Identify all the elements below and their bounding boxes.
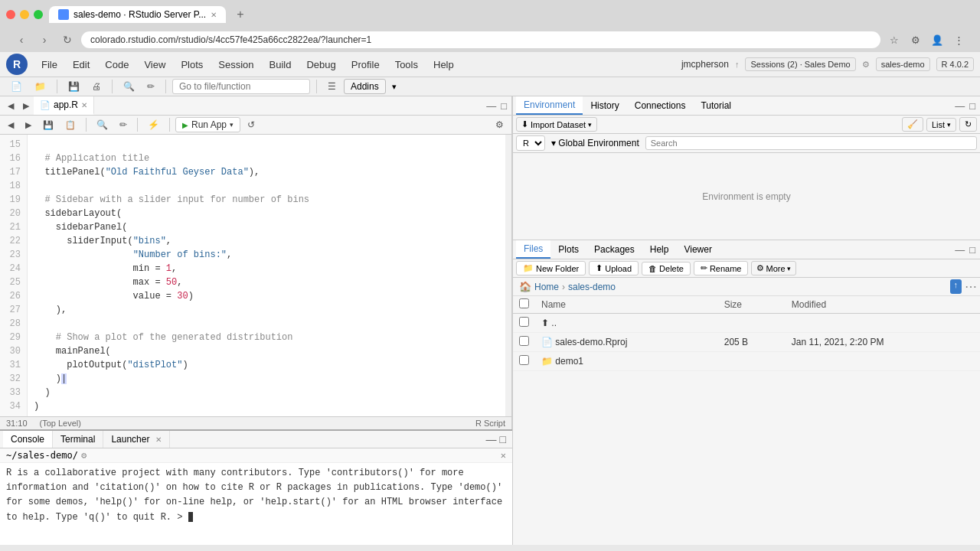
forward-button[interactable]: › [35, 31, 54, 49]
addins-button[interactable]: Addins [344, 79, 386, 94]
breadcrumb-home[interactable]: Home [534, 282, 559, 292]
editor-maximize-btn[interactable]: □ [499, 100, 508, 112]
address-bar[interactable] [81, 31, 880, 48]
menu-button[interactable]: ⋮ [949, 31, 968, 49]
tab-viewer[interactable]: Viewer [676, 241, 719, 258]
menu-debug[interactable]: Debug [299, 57, 343, 73]
sync-indicator[interactable]: ↑ [950, 279, 962, 294]
path-gear-icon[interactable]: ⚙ [81, 450, 87, 461]
breadcrumb-sales-demo[interactable]: sales-demo [568, 282, 616, 292]
menu-build[interactable]: Build [262, 57, 299, 73]
new-tab-button[interactable]: + [232, 6, 248, 23]
tab-history[interactable]: History [583, 97, 626, 114]
close-window-button[interactable] [6, 10, 15, 19]
editor-tool-btn[interactable]: ⚙ [491, 117, 508, 132]
upload-button[interactable]: ⬆ Upload [589, 261, 639, 276]
minimize-window-button[interactable] [20, 10, 29, 19]
import-dataset-button[interactable]: ⬇ Import Dataset ▾ [516, 117, 597, 132]
import-dropdown-icon[interactable]: ▾ [588, 121, 592, 129]
menu-edit[interactable]: Edit [65, 57, 97, 73]
files-maximize-btn[interactable]: □ [968, 244, 977, 256]
refresh-env-button[interactable]: ↻ [959, 117, 977, 132]
editor-scrollbar[interactable] [505, 135, 511, 416]
goto-input[interactable] [172, 79, 310, 94]
tab-tutorial[interactable]: Tutorial [693, 97, 739, 114]
print-button[interactable]: 🖨 [87, 79, 106, 94]
rerun-btn[interactable]: ↺ [243, 117, 260, 132]
extensions-button[interactable]: ⚙ [906, 31, 925, 49]
editor-tab-close[interactable]: ✕ [81, 101, 87, 109]
editor-back-btn[interactable]: ◀ [3, 118, 18, 132]
console-maximize-btn[interactable]: □ [500, 433, 506, 445]
save-button[interactable]: 💾 [64, 79, 84, 94]
top-level-indicator[interactable]: (Top Level) [40, 419, 81, 428]
edit-button[interactable]: ✏ [142, 79, 159, 94]
more-button[interactable]: ⚙ More ▾ [751, 261, 795, 276]
env-dropdown[interactable]: ▾ Global Environment [551, 138, 639, 148]
editor-nav-forward[interactable]: ▶ [18, 99, 34, 113]
back-button[interactable]: ‹ [12, 31, 31, 49]
new-folder-button[interactable]: 📁 New Folder [516, 261, 586, 276]
menu-code[interactable]: Code [97, 57, 136, 73]
list-view-button[interactable]: List ▾ [926, 118, 956, 132]
rename-button[interactable]: ✏ Rename [694, 261, 749, 276]
maximize-window-button[interactable] [34, 10, 43, 19]
file-name-cell[interactable]: ⬆ .. [535, 314, 718, 333]
more-files-btn[interactable]: ⋯ [965, 279, 977, 294]
menu-plots[interactable]: Plots [173, 57, 211, 73]
tab-environment[interactable]: Environment [516, 96, 583, 115]
file-name-cell[interactable]: 📄 sales-demo.Rproj [535, 333, 718, 352]
editor-edit-btn[interactable]: ✏ [115, 117, 132, 132]
find-button[interactable]: 🔍 [119, 79, 139, 94]
delete-button[interactable]: 🗑 Delete [642, 262, 691, 276]
menu-view[interactable]: View [136, 57, 173, 73]
console-minimize-btn[interactable]: — [486, 433, 497, 445]
name-column-header[interactable]: Name [535, 296, 718, 314]
editor-tab-app-r[interactable]: 📄 app.R ✕ [34, 96, 94, 115]
menu-help[interactable]: Help [426, 57, 462, 73]
editor-magic-btn[interactable]: ⚡ [143, 117, 164, 132]
tab-launcher[interactable]: Launcher ✕ [103, 431, 169, 448]
env-search-input[interactable] [645, 136, 977, 150]
open-button[interactable]: 📁 [30, 79, 51, 94]
menu-profile[interactable]: Profile [344, 57, 387, 73]
r-version-badge[interactable]: R 4.0.2 [936, 57, 974, 71]
tab-close-button[interactable]: ✕ [211, 11, 217, 19]
size-column-header[interactable]: Size [718, 296, 786, 314]
code-area[interactable]: 1516171819 2021222324 2526272829 3031323… [0, 135, 511, 416]
files-minimize-btn[interactable]: — [953, 244, 966, 256]
tab-packages[interactable]: Packages [586, 241, 642, 258]
editor-forward-btn[interactable]: ▶ [21, 118, 36, 132]
more-dropdown-icon[interactable]: ▾ [787, 265, 791, 272]
menu-file[interactable]: File [34, 57, 65, 73]
addins-dropdown-icon[interactable]: ▾ [392, 82, 397, 92]
run-app-button[interactable]: ▶ Run App ▾ [175, 117, 240, 132]
row-checkbox[interactable] [519, 355, 529, 365]
editor-nav-back[interactable]: ◀ [3, 99, 18, 113]
reload-button[interactable]: ↻ [58, 31, 77, 49]
r-environment-selector[interactable]: R [516, 135, 545, 151]
tab-plots[interactable]: Plots [550, 241, 586, 258]
tab-files[interactable]: Files [516, 240, 550, 259]
file-name-cell[interactable]: 📁 demo1 [535, 352, 718, 371]
editor-save-all-btn[interactable]: 📋 [60, 118, 80, 132]
launcher-tab-close[interactable]: ✕ [155, 435, 162, 444]
editor-minimize-btn[interactable]: — [485, 100, 498, 112]
list-dropdown-icon[interactable]: ▾ [947, 121, 951, 129]
run-app-dropdown[interactable]: ▾ [230, 121, 234, 129]
modified-column-header[interactable]: Modified [786, 296, 980, 314]
env-minimize-btn[interactable]: — [953, 100, 966, 112]
tab-help[interactable]: Help [642, 241, 677, 258]
console-content[interactable]: R is a collaborative project with many c… [0, 463, 512, 545]
select-all-checkbox[interactable] [519, 298, 529, 308]
bookmark-button[interactable]: ☆ [885, 31, 903, 49]
editor-save-btn[interactable]: 💾 [38, 118, 58, 132]
active-browser-tab[interactable]: sales-demo · RStudio Server P... ✕ [49, 6, 226, 23]
clear-console-btn[interactable]: ✕ [501, 450, 506, 461]
tab-connections[interactable]: Connections [627, 97, 694, 114]
code-content[interactable]: # Application title titlePanel("Old Fait… [28, 135, 505, 416]
profile-button[interactable]: 👤 [928, 31, 946, 49]
row-checkbox[interactable] [519, 317, 529, 327]
row-checkbox[interactable] [519, 336, 529, 346]
menu-session[interactable]: Session [211, 57, 261, 73]
